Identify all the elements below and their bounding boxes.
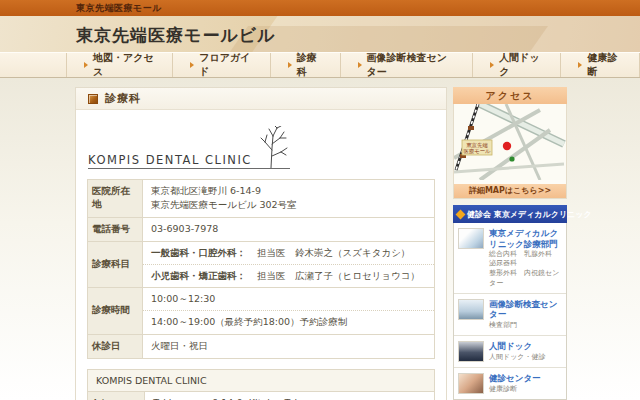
access-header: アクセス	[453, 87, 567, 104]
arrow-icon	[490, 62, 494, 68]
clinic-info-table-english: KOMPIS DENTAL CLINIC Adress Takinogawa 6…	[87, 369, 435, 400]
map-marker-red	[503, 142, 511, 150]
folder-icon	[88, 94, 98, 104]
nav-label: 地図・アクセス	[93, 51, 155, 79]
top-utility-bar: 東京先端医療モール	[0, 0, 640, 16]
main-navigation: 地図・アクセス フロアガイド 診療科 画像診断検査センター 人間ドック 健康診断	[0, 52, 640, 78]
row-label: 診療時間	[88, 288, 143, 335]
map-building-label-2: 医療モール	[463, 148, 491, 154]
clinic-list-item-imaging-center[interactable]: 画像診断検査センター 検査部門	[454, 294, 566, 336]
department-line: 小児歯科・矯正歯科： 担当医 広瀬了子（ヒロセリョウコ）	[143, 264, 434, 287]
masthead: 東京先端医療モールビル	[0, 16, 640, 52]
clinic-link: 健診センター	[489, 373, 541, 384]
content-panel: 診療科 KOMPIS DENTAL CLINIC 医院所在地	[75, 87, 447, 400]
clinic-desc: 検査部門	[489, 321, 562, 330]
hours-line: 10:00～12:30	[143, 288, 434, 310]
arrow-icon	[84, 62, 88, 68]
site-title[interactable]: 東京先端医療モールビル	[76, 24, 640, 47]
nav-item-health-check[interactable]: 健康診断	[561, 53, 640, 77]
map-image: 東京先端 医療モール	[454, 104, 566, 180]
nav-item-floor-guide[interactable]: フロアガイド	[173, 53, 271, 77]
nav-label: 健康診断	[587, 51, 622, 79]
main-area: 診療科 KOMPIS DENTAL CLINIC 医院所在地	[0, 78, 640, 400]
department-line: 一般歯科・口腔外科： 担当医 鈴木崇之（スズキタカシ）	[143, 242, 434, 264]
clinic-thumbnail	[458, 228, 484, 249]
page-title-bar: 診療科	[76, 88, 446, 110]
clinic-desc: 人間ドック・健診	[489, 353, 546, 362]
sidebar: アクセス 東京先端 医療モール	[453, 87, 567, 400]
arrow-icon	[190, 62, 194, 68]
nav-label: 診療科	[297, 51, 323, 79]
clinic-desc: 健康診断	[489, 385, 541, 394]
clinic-link: 画像診断検査センター	[489, 299, 562, 320]
row-label: 休診日	[88, 334, 143, 358]
clinic-desc: 総合内科 乳腺外科 泌尿器科	[489, 250, 562, 268]
nav-item-imaging-center[interactable]: 画像診断検査センター	[341, 53, 474, 77]
clinic-link: 人間ドック	[489, 341, 546, 352]
tree-logo-icon	[256, 126, 290, 168]
clinic-list-item-ningen-dock[interactable]: 人間ドック 人間ドック・健診	[454, 336, 566, 368]
site-name-link[interactable]: 東京先端医療モール	[76, 2, 162, 15]
nav-item-departments[interactable]: 診療科	[271, 53, 341, 77]
clinic-thumbnail	[458, 299, 484, 320]
diamond-icon	[456, 209, 466, 219]
clinic-group-title: 健診会 東京メディカルクリニック	[467, 209, 592, 220]
arrow-icon	[358, 62, 362, 68]
clinic-info-table: 医院所在地 東京都北区滝野川 6-14-9 東京先端医療モールビル 302号室 …	[87, 179, 435, 359]
clinic-logo: KOMPIS DENTAL CLINIC	[88, 126, 446, 169]
hours-line: 14:00～19:00（最終予約18:00）予約診療制	[143, 310, 434, 333]
arrow-icon	[288, 62, 292, 68]
clinic-group-header[interactable]: 健診会 東京メディカルクリニック	[453, 205, 567, 223]
clinic-list: 東京メディカルクリニック診療部門 総合内科 乳腺外科 泌尿器科 整形外科 内視鏡…	[453, 223, 567, 400]
row-label: Adress	[88, 391, 145, 400]
nav-item-access[interactable]: 地図・アクセス	[66, 53, 173, 77]
english-table-header: KOMPIS DENTAL CLINIC	[88, 369, 435, 391]
clinic-thumbnail	[458, 373, 484, 394]
map-marker-green	[509, 156, 514, 161]
row-label: 電話番号	[88, 217, 143, 241]
table-row: 休診日 火曜日・祝日	[88, 334, 435, 358]
detail-map-link[interactable]: 詳細MAPはこちら>>	[454, 184, 566, 198]
table-row: 診療時間 10:00～12:30 14:00～19:00（最終予約18:00）予…	[88, 288, 435, 335]
address-line-2: 東京先端医療モールビル 302号室	[151, 198, 426, 212]
clinic-logo-text: KOMPIS DENTAL CLINIC	[88, 153, 256, 167]
table-row: Adress Takinogawa 6-14-9, Kitaku, Tokyo	[88, 391, 435, 400]
nav-label: フロアガイド	[199, 51, 253, 79]
row-label: 医院所在地	[88, 180, 143, 218]
table-row: KOMPIS DENTAL CLINIC	[88, 369, 435, 391]
phone-number: 03-6903-7978	[143, 217, 435, 241]
access-map[interactable]: 東京先端 医療モール 詳細MAPはこちら>>	[453, 104, 567, 199]
table-row: 医院所在地 東京都北区滝野川 6-14-9 東京先端医療モールビル 302号室	[88, 180, 435, 218]
table-row: 電話番号 03-6903-7978	[88, 217, 435, 241]
clinic-list-item-kenshin-center[interactable]: 健診センター 健康診断	[454, 368, 566, 399]
arrow-icon	[578, 62, 582, 68]
closed-days: 火曜日・祝日	[143, 334, 435, 358]
address-line-1: 東京都北区滝野川 6-14-9	[151, 184, 426, 198]
clinic-desc: 整形外科 内視鏡センター	[489, 269, 562, 287]
page-title: 診療科	[105, 91, 141, 106]
clinic-thumbnail	[458, 341, 484, 362]
nav-label: 画像診断検査センター	[367, 51, 456, 79]
clinic-link: 東京メディカルクリニック診療部門	[489, 228, 562, 249]
row-label: 診療科目	[88, 241, 143, 288]
table-row: 診療科目 一般歯科・口腔外科： 担当医 鈴木崇之（スズキタカシ） 小児歯科・矯正…	[88, 241, 435, 288]
clinic-list-item-medical-clinic[interactable]: 東京メディカルクリニック診療部門 総合内科 乳腺外科 泌尿器科 整形外科 内視鏡…	[454, 223, 566, 294]
nav-item-ningen-dock[interactable]: 人間ドック	[473, 53, 561, 77]
nav-label: 人間ドック	[499, 51, 543, 79]
address-english: Takinogawa 6-14-9, Kitaku, Tokyo	[145, 391, 435, 400]
